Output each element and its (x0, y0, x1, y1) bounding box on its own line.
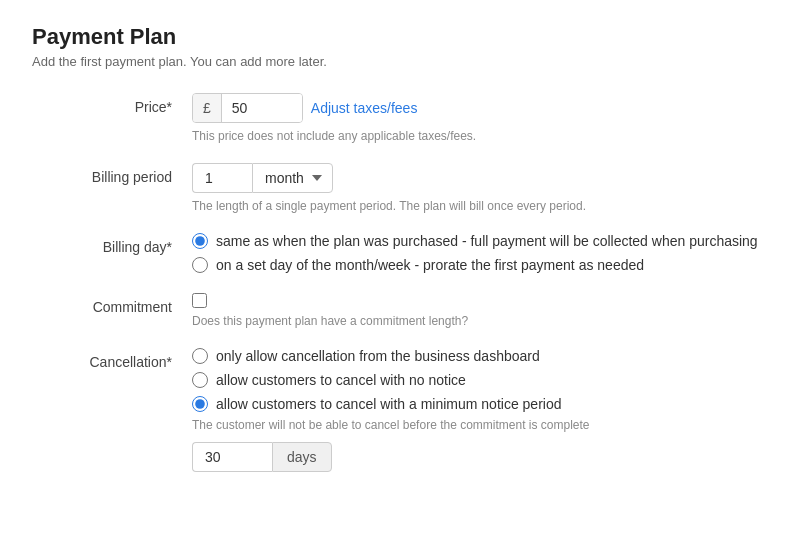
cancellation-content: only allow cancellation from the busines… (192, 348, 763, 472)
cancel-business-radio[interactable] (192, 348, 208, 364)
billing-set-radio[interactable] (192, 257, 208, 273)
price-input-group: £ Adjust taxes/fees (192, 93, 763, 123)
billing-set-label: on a set day of the month/week - prorate… (216, 257, 644, 273)
cancel-no-notice-radio[interactable] (192, 372, 208, 388)
billing-period-label: Billing period (32, 163, 192, 185)
page-title: Payment Plan (32, 24, 763, 50)
price-input[interactable] (222, 94, 302, 122)
billing-same-radio[interactable] (192, 233, 208, 249)
billing-day-content: same as when the plan was purchased - fu… (192, 233, 763, 273)
commitment-hint: Does this payment plan have a commitment… (192, 314, 763, 328)
cancel-business-label: only allow cancellation from the busines… (216, 348, 540, 364)
billing-same-option[interactable]: same as when the plan was purchased - fu… (192, 233, 763, 249)
cancel-no-notice-option[interactable]: allow customers to cancel with no notice (192, 372, 763, 388)
notice-period-input[interactable] (192, 442, 272, 472)
currency-symbol: £ (193, 94, 222, 122)
price-hint: This price does not include any applicab… (192, 129, 763, 143)
period-select[interactable]: month day week year (252, 163, 333, 193)
cancellation-row: Cancellation* only allow cancellation fr… (32, 348, 763, 472)
commitment-content: Does this payment plan have a commitment… (192, 293, 763, 328)
billing-day-row: Billing day* same as when the plan was p… (32, 233, 763, 273)
cancellation-hint: The customer will not be able to cancel … (192, 418, 763, 432)
cancel-no-notice-label: allow customers to cancel with no notice (216, 372, 466, 388)
billing-period-row: Billing period month day week year The l… (32, 163, 763, 213)
cancellation-radio-group: only allow cancellation from the busines… (192, 348, 763, 412)
price-row: Price* £ Adjust taxes/fees This price do… (32, 93, 763, 143)
commitment-label: Commitment (32, 293, 192, 315)
cancel-business-option[interactable]: only allow cancellation from the busines… (192, 348, 763, 364)
billing-same-label: same as when the plan was purchased - fu… (216, 233, 758, 249)
cancel-min-notice-radio[interactable] (192, 396, 208, 412)
billing-period-hint: The length of a single payment period. T… (192, 199, 763, 213)
days-label: days (272, 442, 332, 472)
currency-box: £ (192, 93, 303, 123)
billing-day-radio-group: same as when the plan was purchased - fu… (192, 233, 763, 273)
billing-period-group: month day week year (192, 163, 763, 193)
cancellation-label: Cancellation* (32, 348, 192, 370)
cancel-min-notice-label: allow customers to cancel with a minimum… (216, 396, 561, 412)
cancel-min-notice-option[interactable]: allow customers to cancel with a minimum… (192, 396, 763, 412)
billing-set-option[interactable]: on a set day of the month/week - prorate… (192, 257, 763, 273)
adjust-taxes-link[interactable]: Adjust taxes/fees (311, 100, 418, 116)
period-number-input[interactable] (192, 163, 252, 193)
billing-day-label: Billing day* (32, 233, 192, 255)
price-label: Price* (32, 93, 192, 115)
commitment-checkbox[interactable] (192, 293, 207, 308)
notice-period-group: days (192, 442, 763, 472)
price-content: £ Adjust taxes/fees This price does not … (192, 93, 763, 143)
billing-period-content: month day week year The length of a sing… (192, 163, 763, 213)
commitment-row: Commitment Does this payment plan have a… (32, 293, 763, 328)
page-subtitle: Add the first payment plan. You can add … (32, 54, 763, 69)
commitment-checkbox-row (192, 293, 763, 308)
